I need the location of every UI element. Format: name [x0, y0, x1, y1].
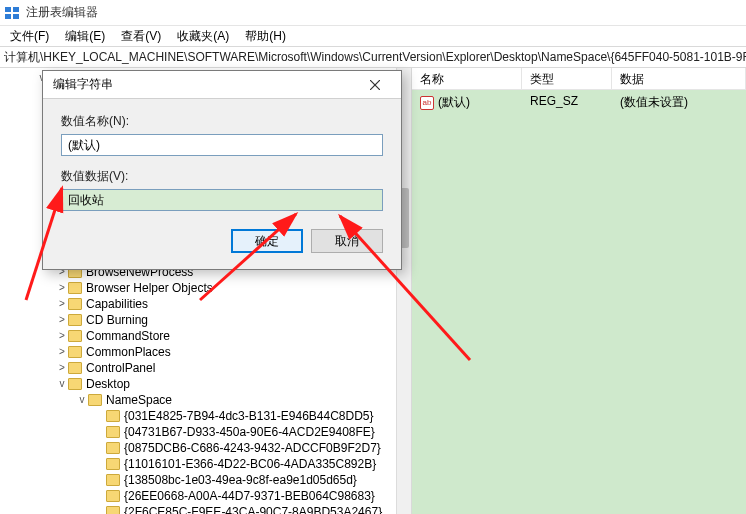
titlebar: 注册表编辑器 [0, 0, 746, 26]
tree-item[interactable]: {138508bc-1e03-49ea-9c8f-ea9e1d05d65d} [0, 472, 396, 488]
twisty-icon[interactable]: > [56, 312, 68, 328]
tree-item[interactable]: vNameSpace [0, 392, 396, 408]
address-path: \HKEY_LOCAL_MACHINE\SOFTWARE\Microsoft\W… [40, 50, 746, 64]
tree-item-label: Capabilities [86, 296, 148, 312]
tree-item[interactable]: {26EE0668-A00A-44D7-9371-BEB064C98683} [0, 488, 396, 504]
address-label: 计算机 [4, 49, 40, 66]
tree-item[interactable]: >Capabilities [0, 296, 396, 312]
twisty-icon[interactable]: v [56, 376, 68, 392]
tree-item[interactable]: >CD Burning [0, 312, 396, 328]
tree-item-label: NameSpace [106, 392, 172, 408]
svg-rect-2 [5, 14, 11, 19]
menu-view[interactable]: 查看(V) [115, 26, 167, 47]
tree-item-label: {0875DCB6-C686-4243-9432-ADCCF0B9F2D7} [124, 440, 381, 456]
menubar: 文件(F) 编辑(E) 查看(V) 收藏夹(A) 帮助(H) [0, 26, 746, 46]
folder-icon [106, 410, 120, 422]
tree-item[interactable]: {031E4825-7B94-4dc3-B131-E946B44C8DD5} [0, 408, 396, 424]
folder-icon [106, 474, 120, 486]
folder-icon [68, 298, 82, 310]
cancel-button[interactable]: 取消 [311, 229, 383, 253]
data-row[interactable]: ab (默认) REG_SZ (数值未设置) [412, 90, 746, 115]
reg-string-icon: ab [420, 96, 434, 110]
tree-item-label: CD Burning [86, 312, 148, 328]
data-label: 数值数据(V): [61, 168, 383, 185]
menu-fav[interactable]: 收藏夹(A) [171, 26, 235, 47]
cell-type: REG_SZ [522, 92, 612, 113]
col-data-header[interactable]: 数据 [612, 68, 746, 89]
menu-edit[interactable]: 编辑(E) [59, 26, 111, 47]
tree-item-label: {031E4825-7B94-4dc3-B131-E946B44C8DD5} [124, 408, 374, 424]
folder-icon [68, 330, 82, 342]
name-input[interactable] [61, 134, 383, 156]
twisty-icon[interactable]: v [76, 392, 88, 408]
tree-item[interactable]: >Browser Helper Objects [0, 280, 396, 296]
menu-help[interactable]: 帮助(H) [239, 26, 292, 47]
svg-rect-1 [13, 7, 19, 12]
edit-string-dialog: 编辑字符串 数值名称(N): 数值数据(V): 确定 取消 [42, 70, 402, 270]
menu-file[interactable]: 文件(F) [4, 26, 55, 47]
tree-item-label: {2F6CE85C-F9EE-43CA-90C7-8A9BD53A2467} [124, 504, 382, 514]
dialog-buttons: 确定 取消 [61, 229, 383, 253]
folder-icon [68, 282, 82, 294]
data-header: 名称 类型 数据 [412, 68, 746, 90]
tree-item-label: ControlPanel [86, 360, 155, 376]
tree-item[interactable]: vDesktop [0, 376, 396, 392]
dialog-titlebar[interactable]: 编辑字符串 [43, 71, 401, 99]
tree-item-label: {138508bc-1e03-49ea-9c8f-ea9e1d05d65d} [124, 472, 357, 488]
value-name: (默认) [438, 94, 470, 111]
tree-item-label: CommonPlaces [86, 344, 171, 360]
col-name-header[interactable]: 名称 [412, 68, 522, 89]
data-input[interactable] [61, 189, 383, 211]
cell-name: ab (默认) [412, 92, 522, 113]
folder-icon [106, 426, 120, 438]
tree-item[interactable]: {0875DCB6-C686-4243-9432-ADCCF0B9F2D7} [0, 440, 396, 456]
tree-item-label: {11016101-E366-4D22-BC06-4ADA335C892B} [124, 456, 376, 472]
dialog-title-text: 编辑字符串 [53, 76, 113, 93]
folder-icon [88, 394, 102, 406]
col-type-header[interactable]: 类型 [522, 68, 612, 89]
twisty-icon[interactable]: > [56, 280, 68, 296]
svg-rect-0 [5, 7, 11, 12]
folder-icon [106, 490, 120, 502]
tree-item-label: {26EE0668-A00A-44D7-9371-BEB064C98683} [124, 488, 375, 504]
tree-item[interactable]: >CommandStore [0, 328, 396, 344]
dialog-body: 数值名称(N): 数值数据(V): 确定 取消 [43, 99, 401, 269]
svg-rect-3 [13, 14, 19, 19]
tree-item[interactable]: >CommonPlaces [0, 344, 396, 360]
tree-item[interactable]: {04731B67-D933-450a-90E6-4ACD2E9408FE} [0, 424, 396, 440]
window-title: 注册表编辑器 [26, 4, 98, 21]
cell-data: (数值未设置) [612, 92, 746, 113]
twisty-icon[interactable]: > [56, 328, 68, 344]
folder-icon [68, 362, 82, 374]
folder-icon [68, 378, 82, 390]
tree-item[interactable]: >ControlPanel [0, 360, 396, 376]
tree-item-label: Browser Helper Objects [86, 280, 213, 296]
dialog-close-button[interactable] [355, 74, 395, 96]
folder-icon [106, 458, 120, 470]
folder-icon [68, 346, 82, 358]
folder-icon [68, 314, 82, 326]
ok-button[interactable]: 确定 [231, 229, 303, 253]
tree-item-label: Desktop [86, 376, 130, 392]
twisty-icon[interactable]: > [56, 360, 68, 376]
name-label: 数值名称(N): [61, 113, 383, 130]
data-pane: 名称 类型 数据 ab (默认) REG_SZ (数值未设置) [411, 68, 746, 514]
tree-item-label: {04731B67-D933-450a-90E6-4ACD2E9408FE} [124, 424, 375, 440]
address-bar[interactable]: 计算机\HKEY_LOCAL_MACHINE\SOFTWARE\Microsof… [0, 46, 746, 68]
folder-icon [106, 442, 120, 454]
tree-item-label: CommandStore [86, 328, 170, 344]
app-icon [4, 5, 20, 21]
twisty-icon[interactable]: > [56, 296, 68, 312]
folder-icon [106, 506, 120, 514]
twisty-icon[interactable]: > [56, 344, 68, 360]
tree-item[interactable]: {2F6CE85C-F9EE-43CA-90C7-8A9BD53A2467} [0, 504, 396, 514]
close-icon [370, 80, 380, 90]
tree-item[interactable]: {11016101-E366-4D22-BC06-4ADA335C892B} [0, 456, 396, 472]
